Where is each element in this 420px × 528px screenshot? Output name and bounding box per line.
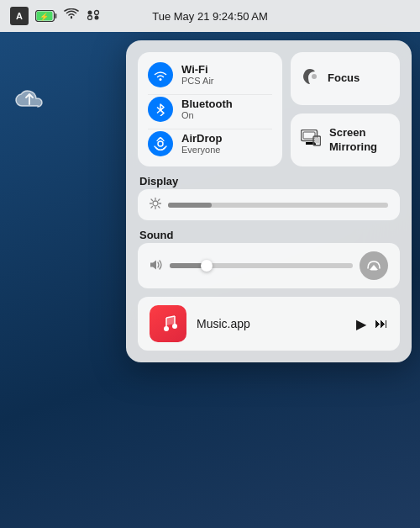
wifi-subtitle: PCS Air: [181, 76, 214, 87]
svg-point-13: [312, 74, 317, 79]
right-column: Focus Screen Mirroring: [291, 52, 400, 166]
battery-icon: ⚡: [35, 10, 57, 22]
svg-rect-2: [55, 13, 57, 18]
display-slider-panel: [138, 189, 400, 220]
volume-slider[interactable]: [170, 263, 353, 268]
airdrop-text: AirDrop Everyone: [181, 132, 222, 156]
airdrop-item[interactable]: AirDrop Everyone: [148, 129, 272, 158]
svg-point-7: [88, 16, 92, 20]
wifi-icon: [148, 62, 173, 87]
svg-point-5: [88, 11, 92, 15]
wifi-title: Wi-Fi: [181, 63, 214, 77]
sound-section: Sound: [138, 229, 400, 288]
svg-text:⚡: ⚡: [39, 12, 50, 22]
skip-button[interactable]: ⏭: [375, 316, 388, 331]
apple-logo-icon[interactable]: A: [10, 7, 29, 25]
svg-point-6: [95, 11, 99, 15]
focus-label: Focus: [328, 71, 360, 85]
svg-point-4: [71, 17, 72, 18]
svg-point-32: [172, 324, 177, 329]
display-label: Display: [138, 175, 400, 187]
wifi-item[interactable]: Wi-Fi PCS Air: [148, 61, 272, 89]
airplay-button[interactable]: [360, 251, 388, 280]
music-app-name: Music.app: [197, 317, 346, 330]
sound-slider-panel: [138, 243, 400, 288]
svg-line-23: [151, 199, 153, 201]
svg-rect-27: [370, 269, 377, 271]
svg-line-24: [159, 207, 160, 209]
display-slider-row: [150, 198, 388, 212]
screen-mirroring-icon: [301, 129, 321, 150]
volume-icon: [150, 259, 163, 273]
bluetooth-icon: [148, 97, 173, 122]
music-panel[interactable]: Music.app ▶ ⏭: [138, 297, 400, 351]
screen-mirroring-label: Screen Mirroring: [329, 126, 390, 154]
airdrop-icon: [148, 131, 173, 156]
play-button[interactable]: ▶: [356, 316, 366, 332]
menubar: A ⚡: [0, 0, 420, 32]
cloud-icon: [13, 82, 46, 116]
brightness-icon: [150, 198, 161, 212]
focus-panel[interactable]: Focus: [291, 52, 400, 105]
music-controls: ▶ ⏭: [356, 316, 388, 332]
svg-rect-17: [315, 138, 320, 144]
menubar-left: A ⚡: [10, 7, 101, 25]
airdrop-subtitle: Everyone: [181, 145, 222, 156]
svg-line-26: [151, 207, 153, 209]
sound-row: [150, 251, 388, 280]
wifi-menubar-icon[interactable]: [64, 8, 79, 24]
airdrop-title: AirDrop: [181, 132, 222, 145]
svg-point-31: [164, 326, 169, 331]
music-app-icon: [150, 305, 186, 342]
bluetooth-title: Bluetooth: [181, 98, 233, 111]
sound-label: Sound: [138, 229, 400, 241]
display-section: Display: [138, 175, 400, 220]
connectivity-panel: Wi-Fi PCS Air Bluetooth On: [138, 52, 282, 166]
menubar-datetime: Tue May 21 9:24:50 AM: [152, 10, 268, 23]
svg-point-9: [160, 78, 162, 81]
svg-line-25: [159, 199, 160, 201]
brightness-slider[interactable]: [168, 203, 388, 208]
svg-point-18: [153, 201, 158, 206]
bluetooth-item[interactable]: Bluetooth On: [148, 94, 272, 124]
bluetooth-text: Bluetooth On: [181, 98, 233, 122]
screen-mirroring-panel[interactable]: Screen Mirroring: [291, 114, 400, 166]
svg-point-8: [95, 16, 99, 20]
focus-icon: [301, 67, 319, 90]
svg-point-12: [158, 141, 163, 146]
top-row: Wi-Fi PCS Air Bluetooth On: [138, 52, 400, 166]
control-center-panel: Wi-Fi PCS Air Bluetooth On: [126, 40, 412, 362]
bluetooth-subtitle: On: [181, 110, 233, 121]
control-center-menubar-icon[interactable]: [86, 8, 101, 24]
wifi-text: Wi-Fi PCS Air: [181, 63, 214, 87]
